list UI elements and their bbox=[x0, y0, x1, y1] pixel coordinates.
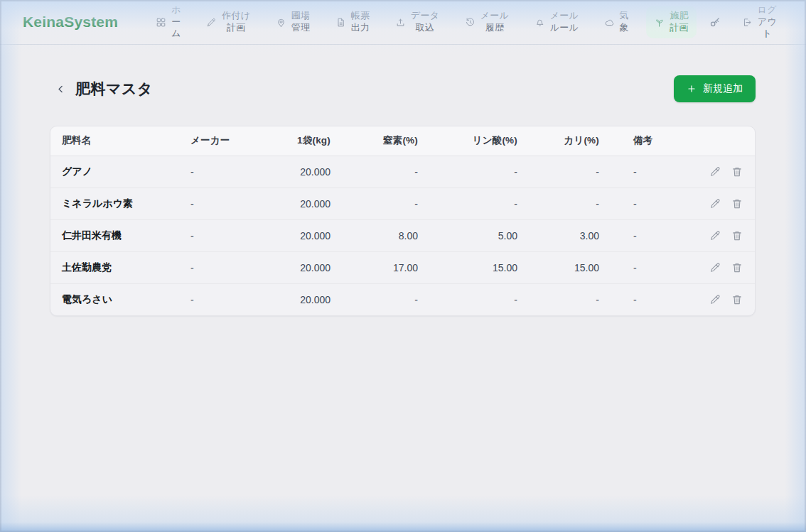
cell-maker: - bbox=[179, 188, 257, 219]
table-row: ミネラルホウ素 - 20.000 - - - - bbox=[50, 188, 755, 219]
column-header: カリ(%) bbox=[529, 126, 611, 156]
add-new-button-label: 新規追加 bbox=[703, 82, 743, 95]
edit-row-button[interactable] bbox=[709, 261, 721, 274]
edit-row-button[interactable] bbox=[709, 229, 721, 242]
nav-item-label: 帳票 出力 bbox=[351, 10, 370, 34]
cloud-icon bbox=[604, 17, 615, 28]
delete-row-button[interactable] bbox=[731, 293, 743, 306]
nav-item-weather[interactable]: 気 象 bbox=[596, 6, 637, 38]
trash-icon bbox=[731, 229, 743, 242]
nav-item-label: 気 象 bbox=[620, 10, 629, 34]
main-content: 肥料マスタ 新規追加 肥料名 メーカー 1袋(kg) 窒素(%) リン酸(%) … bbox=[0, 45, 806, 316]
cell-note: - bbox=[611, 251, 681, 283]
cell-actions bbox=[681, 156, 755, 188]
nav-item-home[interactable]: ホ ー ム bbox=[148, 0, 189, 44]
cell-bag-kg: 20.000 bbox=[257, 251, 342, 283]
page-title: 肥料マスタ bbox=[75, 79, 153, 99]
trash-icon bbox=[731, 261, 743, 274]
app-header: KeinaSystem ホ ー ム 作付け 計画 圃場 管理 帳票 出力 データ… bbox=[0, 0, 806, 45]
history-icon bbox=[465, 17, 475, 28]
grid-icon bbox=[156, 17, 166, 28]
cell-potassium: - bbox=[529, 283, 611, 315]
fertilizer-table: 肥料名 メーカー 1袋(kg) 窒素(%) リン酸(%) カリ(%) 備考 グア… bbox=[50, 126, 755, 315]
cell-potassium: 3.00 bbox=[529, 219, 611, 251]
cell-nitrogen: - bbox=[342, 283, 429, 315]
cell-actions bbox=[681, 188, 755, 219]
key-icon bbox=[709, 16, 721, 28]
bell-icon bbox=[534, 17, 545, 28]
delete-row-button[interactable] bbox=[731, 261, 743, 274]
cell-fertilizer-name: 電気ろさい bbox=[50, 283, 179, 315]
page-head: 肥料マスタ 新規追加 bbox=[50, 69, 756, 109]
column-header: メーカー bbox=[179, 126, 257, 156]
cell-phosphate: 15.00 bbox=[429, 251, 529, 283]
cell-note: - bbox=[611, 188, 681, 219]
cell-nitrogen: - bbox=[342, 188, 429, 219]
nav-item-field-management[interactable]: 圃場 管理 bbox=[268, 6, 318, 38]
pencil-icon bbox=[709, 261, 721, 274]
cell-fertilizer-name: ミネラルホウ素 bbox=[50, 188, 179, 219]
cell-phosphate: - bbox=[429, 156, 529, 188]
cell-bag-kg: 20.000 bbox=[257, 283, 342, 315]
cell-fertilizer-name: 土佐勤農党 bbox=[50, 251, 179, 283]
cell-phosphate: 5.00 bbox=[429, 219, 529, 251]
nav-item-data-import[interactable]: データ 取込 bbox=[387, 6, 448, 38]
pencil-icon bbox=[709, 197, 721, 210]
column-header: リン酸(%) bbox=[429, 126, 529, 156]
nav-item-fertilization-plan[interactable]: 施肥 計画 bbox=[646, 6, 697, 38]
table-body: グアノ - 20.000 - - - - ミネラルホウ素 - 20.000 - … bbox=[50, 156, 755, 315]
logout-icon bbox=[742, 17, 753, 28]
cell-nitrogen: 17.00 bbox=[342, 251, 429, 283]
fertilizer-table-card: 肥料名 メーカー 1袋(kg) 窒素(%) リン酸(%) カリ(%) 備考 グア… bbox=[50, 126, 756, 316]
cell-maker: - bbox=[179, 156, 257, 188]
cell-maker: - bbox=[179, 251, 257, 283]
add-new-button[interactable]: 新規追加 bbox=[674, 75, 756, 102]
nav-item-label: 作付け 計画 bbox=[222, 10, 250, 34]
cell-maker: - bbox=[179, 283, 257, 315]
edit-row-button[interactable] bbox=[709, 293, 721, 306]
cell-fertilizer-name: 仁井田米有機 bbox=[50, 219, 179, 251]
table-row: 土佐勤農党 - 20.000 17.00 15.00 15.00 - bbox=[50, 251, 755, 283]
table-row: 電気ろさい - 20.000 - - - - bbox=[50, 283, 755, 315]
nav-item-label: 圃場 管理 bbox=[291, 10, 311, 34]
edit-row-button[interactable] bbox=[709, 165, 721, 178]
pencil-icon bbox=[709, 165, 721, 178]
cell-note: - bbox=[611, 283, 681, 315]
nav-item-report-output[interactable]: 帳票 出力 bbox=[328, 6, 378, 38]
map-pin-icon bbox=[276, 17, 286, 28]
cell-actions bbox=[681, 251, 755, 283]
document-icon bbox=[335, 17, 346, 28]
delete-row-button[interactable] bbox=[731, 197, 743, 210]
nav-item-mail-rules[interactable]: メール ルール bbox=[527, 6, 587, 38]
cell-bag-kg: 20.000 bbox=[257, 156, 342, 188]
cell-maker: - bbox=[179, 219, 257, 251]
cell-potassium: 15.00 bbox=[529, 251, 611, 283]
column-header bbox=[681, 126, 755, 156]
cell-actions bbox=[681, 219, 755, 251]
cell-phosphate: - bbox=[429, 188, 529, 219]
pencil-icon bbox=[206, 17, 217, 28]
nav-item-logout[interactable]: ログ アウ ト bbox=[734, 0, 785, 44]
delete-row-button[interactable] bbox=[731, 229, 743, 242]
chevron-left-icon bbox=[55, 84, 66, 94]
nav-item-mail-history[interactable]: メール 履歴 bbox=[457, 6, 517, 38]
table-header-row: 肥料名 メーカー 1袋(kg) 窒素(%) リン酸(%) カリ(%) 備考 bbox=[50, 126, 755, 156]
back-button[interactable] bbox=[51, 80, 70, 98]
cell-bag-kg: 20.000 bbox=[257, 219, 342, 251]
nav-item-key[interactable] bbox=[706, 11, 724, 33]
plus-icon bbox=[687, 84, 697, 94]
trash-icon bbox=[731, 293, 743, 306]
nav-item-planting-plan[interactable]: 作付け 計画 bbox=[198, 6, 258, 38]
brand-logo[interactable]: KeinaSystem bbox=[23, 13, 118, 31]
column-header: 備考 bbox=[611, 126, 681, 156]
nav-item-label: メール ルール bbox=[550, 10, 579, 34]
column-header: 肥料名 bbox=[50, 126, 179, 156]
column-header: 窒素(%) bbox=[342, 126, 429, 156]
delete-row-button[interactable] bbox=[731, 165, 743, 178]
nav-item-label: データ 取込 bbox=[411, 10, 440, 34]
edit-row-button[interactable] bbox=[709, 197, 721, 210]
column-header: 1袋(kg) bbox=[257, 126, 342, 156]
cell-actions bbox=[681, 283, 755, 315]
cell-fertilizer-name: グアノ bbox=[50, 156, 179, 188]
trash-icon bbox=[731, 197, 743, 210]
